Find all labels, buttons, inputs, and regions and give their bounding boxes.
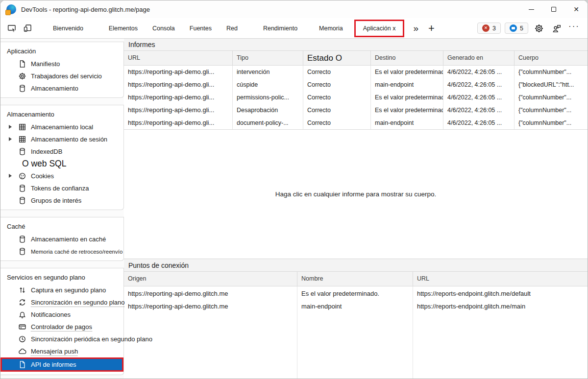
sidebar-item-label: IndexedDB <box>31 148 62 155</box>
gear-icon <box>18 72 26 80</box>
section-title-cache[interactable]: Caché <box>0 220 123 233</box>
tab-fuentes[interactable]: Fuentes <box>182 19 219 38</box>
cell-nombre[interactable]: Es el valor predeterminado. <box>297 287 413 300</box>
maximize-icon <box>551 7 556 12</box>
informes-table-body: https://reporting-api-demo.gli... interv… <box>124 66 588 130</box>
sidebar-section-servicios-segundo-plano: Servicios en segundo plano Captura en se… <box>0 268 124 375</box>
sidebar-item-tokens-de-confianza[interactable]: Tokens de confianza <box>0 182 123 194</box>
sidebar-item-captura-en-segundo-plano[interactable]: Captura en segundo plano <box>0 284 123 296</box>
sidebar-item-almacenamiento-en-cache[interactable]: Almacenamiento en caché <box>0 233 123 245</box>
more-options-button[interactable]: ··· <box>567 22 583 35</box>
sidebar-item-memoria-cache-retroceso[interactable]: Memoria caché de retroceso/reenvío <box>0 245 123 258</box>
tab-elementos[interactable]: Elementos <box>101 19 145 38</box>
cell-tipo: intervención <box>233 66 303 78</box>
cell-origen[interactable]: https://reporting-api-demo.glitch.me <box>124 300 297 313</box>
sidebar-item-notificaciones[interactable]: Notificaciones <box>0 308 123 321</box>
cell-endpoint-url[interactable]: https://reports-endpoint.glitch.me/defau… <box>413 287 588 300</box>
cell-generado: 4/6/2022, 4:26:05 ... <box>443 91 514 104</box>
arrows-updown-icon <box>18 286 26 294</box>
informes-table-header: URL Tipo Estado O Destino Generado en Cu… <box>124 51 588 66</box>
more-tabs-button[interactable]: » <box>408 23 423 34</box>
sidebar-section-aplicacion: Aplicación Manifiesto Trabajadores del s… <box>0 42 124 98</box>
settings-button[interactable] <box>532 22 546 35</box>
sidebar-item-controlador-de-pagos[interactable]: Controlador de pagos <box>0 321 123 333</box>
sidebar-item-indexeddb[interactable]: IndexedDB <box>0 145 123 158</box>
sidebar-item-trabajadores-del-servicio[interactable]: Trabajadores del servicio <box>0 70 123 82</box>
table-row[interactable]: https://reporting-api-demo.gli... docume… <box>124 117 588 129</box>
section-title-almacenamiento[interactable]: Almacenamiento <box>0 108 123 121</box>
cell-cuerpo: {"columnNumber"... <box>514 104 588 117</box>
cell-generado: 4/6/2022, 4:26:05 ... <box>443 66 514 78</box>
sidebar-item-mensajeria-push[interactable]: Mensajería push <box>0 345 123 357</box>
cloud-icon <box>18 347 26 355</box>
cell-origen[interactable]: https://reporting-api-demo.glitch.me <box>124 287 297 300</box>
tab-rendimiento[interactable]: Rendimiento <box>256 19 305 38</box>
sidebar-item-web-sql[interactable]: O web SQL <box>0 158 123 170</box>
sidebar-item-sincronizacion-periodica[interactable]: Sincronización periódica en segundo plan… <box>0 333 123 345</box>
database-icon <box>18 84 26 93</box>
error-count-badge[interactable]: ✕ 3 <box>477 23 501 34</box>
column-header-origen[interactable]: Origen <box>124 272 297 286</box>
section-title-aplicacion[interactable]: Aplicación <box>0 45 123 58</box>
column-header-nombre[interactable]: Nombre <box>297 272 413 286</box>
expand-triangle-icon[interactable] <box>9 125 12 129</box>
column-header-tipo[interactable]: Tipo <box>233 51 303 66</box>
device-emulation-button[interactable] <box>21 22 34 35</box>
sidebar-item-almacenamiento-de-sesion[interactable]: Almacenamiento de sesión <box>0 133 123 145</box>
expand-triangle-icon[interactable] <box>9 174 12 178</box>
column-header-generado-en[interactable]: Generado en <box>443 51 514 66</box>
application-sidebar: Aplicación Manifiesto Trabajadores del s… <box>0 39 124 379</box>
sidebar-item-label: Mensajería push <box>31 348 78 355</box>
sidebar-item-label: Sincronización en segundo plano <box>31 299 125 306</box>
cell-cuerpo: {"columnNumber"... <box>514 117 588 129</box>
database-icon <box>18 235 26 243</box>
cell-generado: 4/6/2022, 4:26:05 ... <box>443 104 514 117</box>
tab-red[interactable]: Red <box>219 19 245 38</box>
table-row[interactable]: https://reporting-api-demo.gli... permis… <box>124 91 588 104</box>
sidebar-item-label: Captura en segundo plano <box>31 286 106 294</box>
informes-section-bar: Informes <box>124 39 588 51</box>
inspect-element-button[interactable] <box>5 22 18 35</box>
panel-tabs: Bienvenido Elementos Consola Fuentes Red… <box>46 19 440 38</box>
tab-aplicacion-highlighted[interactable]: Aplicación x <box>354 20 405 37</box>
section-title-servicios[interactable]: Servicios en segundo plano <box>0 271 123 284</box>
column-header-destino[interactable]: Destino <box>371 51 443 66</box>
maximize-button[interactable] <box>542 0 565 18</box>
column-header-url[interactable]: URL <box>124 51 233 66</box>
sidebar-section-almacenamiento: Almacenamiento Almacenamiento local Alma… <box>0 105 124 210</box>
feedback-button[interactable] <box>550 22 564 35</box>
database-icon <box>18 184 26 192</box>
column-header-url[interactable]: URL <box>413 272 588 286</box>
message-count-badge[interactable]: 5 <box>505 23 528 34</box>
table-row[interactable]: https://reporting-api-demo.gli... Desapr… <box>124 104 588 117</box>
tab-consola[interactable]: Consola <box>145 19 182 38</box>
sidebar-item-api-de-informes-selected[interactable]: API de informes <box>0 357 123 372</box>
table-row[interactable]: https://reporting-api-demo.gli... cúspid… <box>124 78 588 91</box>
document-icon <box>18 360 26 369</box>
endpoints-column-nombre: Es el valor predeterminado. main-endpoin… <box>297 286 413 379</box>
column-header-cuerpo[interactable]: Cuerpo <box>514 51 588 66</box>
cell-nombre[interactable]: main-endpoint <box>297 300 413 313</box>
table-row[interactable]: https://reporting-api-demo.gli... interv… <box>124 66 588 78</box>
sidebar-item-almacenamiento[interactable]: Almacenamiento <box>0 82 123 95</box>
tab-bienvenido[interactable]: Bienvenido <box>46 19 91 38</box>
tab-memoria[interactable]: Memoria <box>312 19 350 38</box>
cell-destino: Es el valor predeterminado <box>371 66 443 78</box>
close-button[interactable]: ✕ <box>565 0 588 18</box>
sidebar-item-almacenamiento-local[interactable]: Almacenamiento local <box>0 121 123 133</box>
devtools-window: DevTools - reporting-api-demo.glitch.me/… <box>0 0 588 379</box>
sidebar-item-grupos-de-interes[interactable]: Grupos de interés <box>0 194 123 207</box>
sidebar-item-cookies[interactable]: Cookies <box>0 170 123 182</box>
add-tab-button[interactable]: + <box>423 22 440 35</box>
report-body-empty-state: Haga clic en cualquier informe para most… <box>124 130 588 259</box>
error-count: 3 <box>492 25 496 32</box>
minimize-button[interactable] <box>520 0 542 18</box>
sidebar-item-manifiesto[interactable]: Manifiesto <box>0 58 123 70</box>
expand-triangle-icon[interactable] <box>9 137 12 141</box>
error-icon: ✕ <box>482 24 490 32</box>
sidebar-item-sincronizacion-en-segundo-plano[interactable]: Sincronización en segundo plano <box>0 296 123 308</box>
sidebar-item-label: Almacenamiento en caché <box>31 236 106 243</box>
gear-icon <box>534 24 544 33</box>
column-header-estado[interactable]: Estado O <box>303 51 371 66</box>
cell-endpoint-url[interactable]: https://reports-endpoint.glitch.me/main <box>413 300 588 313</box>
